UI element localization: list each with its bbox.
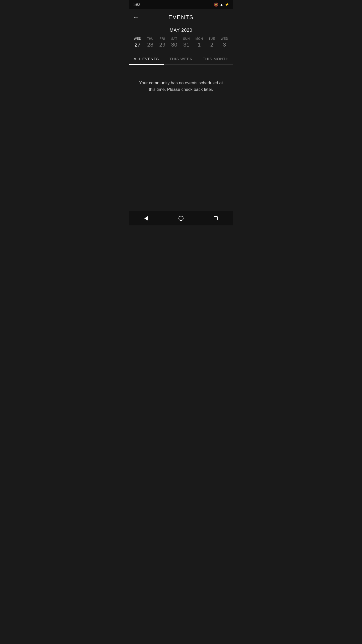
home-circle-icon [178,216,184,221]
tab-this-month[interactable]: THIS MONTH [198,53,233,64]
day-item[interactable]: MON1 [196,37,203,48]
day-number: 31 [183,42,189,48]
day-number: 1 [198,42,201,48]
day-number: 28 [147,42,153,48]
bottom-nav [129,211,233,225]
day-item[interactable]: THU28 [147,37,154,48]
day-name: WED [221,37,228,41]
tabs-container: ALL EVENTSTHIS WEEKTHIS MONTH [129,53,233,65]
day-name: SUN [183,37,190,41]
month-label: MAY 2020 [129,26,233,37]
day-strip: WED27THU28FRI29SAT30SUN31MON1TUE2WED3 [129,37,233,53]
day-number: 2 [210,42,213,48]
day-number: 29 [159,42,165,48]
day-item[interactable]: FRI29 [159,37,165,48]
back-arrow-icon: ← [133,14,139,21]
wifi-icon: ▲ [220,3,223,7]
nav-home-button[interactable] [173,214,189,223]
tab-this-week[interactable]: THIS WEEK [164,53,198,64]
nav-back-button[interactable] [139,214,154,223]
day-name: THU [147,37,154,41]
page-title: EVENTS [168,14,194,21]
status-time: 1:53 [133,3,140,7]
day-number: 30 [171,42,177,48]
day-item[interactable]: WED3 [221,37,228,48]
day-item[interactable]: TUE2 [209,37,215,48]
recent-square-icon [214,216,218,220]
tab-all-events[interactable]: ALL EVENTS [129,53,164,64]
day-item[interactable]: WED27 [134,37,141,48]
empty-state: Your community has no events scheduled a… [129,65,233,211]
back-button[interactable]: ← [133,14,139,21]
status-icons: 🔕 ▲ ⚡ [214,3,229,7]
day-item[interactable]: SAT30 [171,37,177,48]
day-name: FRI [160,37,165,41]
day-name: TUE [209,37,215,41]
nav-recent-button[interactable] [208,214,223,223]
notification-muted-icon: 🔕 [214,3,218,7]
day-name: SAT [171,37,177,41]
day-name: MON [196,37,203,41]
day-number: 27 [134,42,141,48]
day-number: 3 [223,42,226,48]
back-triangle-icon [144,216,148,221]
day-item[interactable]: SUN31 [183,37,190,48]
empty-state-message: Your community has no events scheduled a… [139,80,223,93]
day-name: WED [134,37,141,41]
battery-icon: ⚡ [225,3,229,7]
status-bar: 1:53 🔕 ▲ ⚡ [129,0,233,9]
header: ← EVENTS [129,9,233,26]
